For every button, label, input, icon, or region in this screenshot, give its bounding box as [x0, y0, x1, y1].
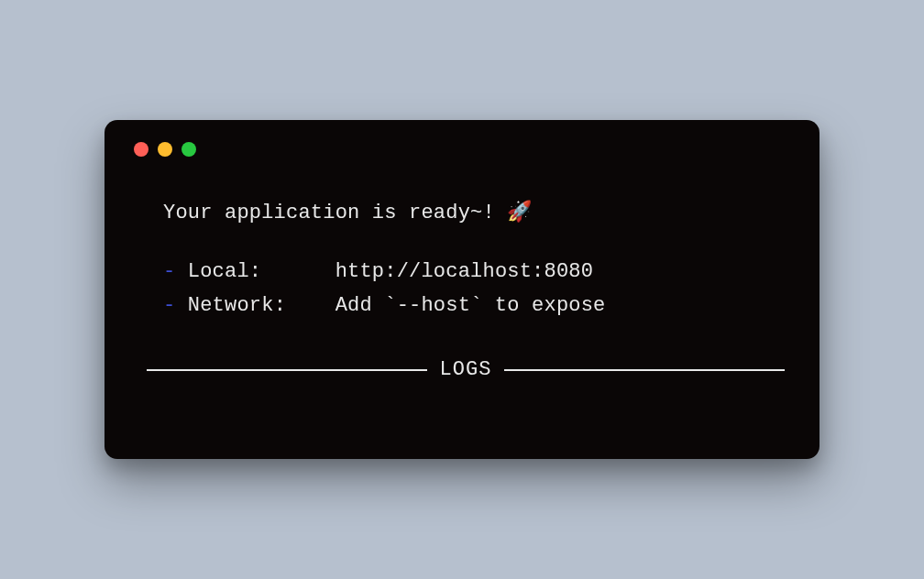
local-label: Local: [188, 260, 261, 283]
network-entry: - Network: Add `--host` to expose [163, 290, 794, 322]
local-entry: - Local: http://localhost:8080 [163, 256, 794, 289]
terminal-window: Your application is ready~! 🚀 - Local: h… [104, 120, 820, 459]
dash-icon: - [163, 294, 175, 317]
terminal-content: Your application is ready~! 🚀 - Local: h… [130, 197, 794, 387]
network-value: Add `--host` to expose [336, 294, 606, 317]
close-icon[interactable] [134, 142, 148, 157]
maximize-icon[interactable] [182, 142, 196, 157]
traffic-lights [134, 142, 794, 157]
minimize-icon[interactable] [158, 142, 172, 157]
ready-message: Your application is ready~! 🚀 [163, 197, 794, 230]
divider-line-right [504, 369, 785, 371]
local-value: http://localhost:8080 [336, 260, 593, 283]
logs-label: LOGS [440, 354, 492, 387]
logs-divider: LOGS [147, 354, 785, 387]
network-label: Network: [188, 294, 286, 317]
divider-line-left [147, 369, 427, 371]
dash-icon: - [163, 260, 175, 283]
